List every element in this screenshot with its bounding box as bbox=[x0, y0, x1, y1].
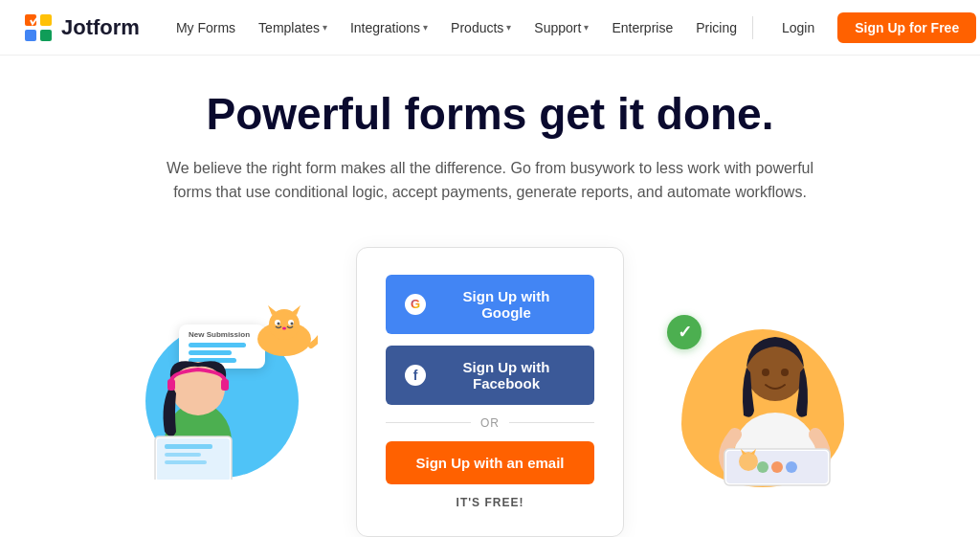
google-icon: G bbox=[405, 294, 426, 315]
woman-illustration bbox=[701, 310, 849, 487]
signup-card: G Sign Up with Google f Sign Up with Fac… bbox=[356, 247, 624, 537]
cat-illustration bbox=[251, 305, 318, 358]
svg-point-28 bbox=[771, 461, 783, 473]
main-nav: My Forms Templates ▾ Integrations ▾ Prod… bbox=[167, 14, 746, 41]
svg-rect-10 bbox=[165, 444, 212, 449]
svg-rect-12 bbox=[165, 460, 207, 464]
svg-rect-6 bbox=[167, 379, 175, 391]
svg-point-21 bbox=[282, 327, 286, 330]
svg-rect-2 bbox=[25, 30, 36, 41]
svg-point-30 bbox=[757, 461, 768, 473]
svg-rect-3 bbox=[40, 30, 52, 41]
nav-my-forms[interactable]: My Forms bbox=[167, 14, 245, 41]
hero-section: Powerful forms get it done. We believe t… bbox=[0, 56, 980, 224]
girl-illustration bbox=[136, 317, 260, 480]
signup-free-button[interactable]: Sign Up for Free bbox=[837, 12, 976, 43]
login-button[interactable]: Login bbox=[768, 14, 828, 41]
svg-point-29 bbox=[786, 461, 797, 473]
svg-point-24 bbox=[762, 369, 769, 376]
left-illustration: New Submission bbox=[126, 296, 327, 487]
nav-integrations[interactable]: Integrations ▾ bbox=[341, 14, 437, 41]
or-divider: OR bbox=[386, 416, 594, 430]
svg-marker-16 bbox=[291, 305, 301, 315]
facebook-signup-button[interactable]: f Sign Up with Facebook bbox=[386, 346, 594, 405]
free-label: IT'S FREE! bbox=[386, 496, 594, 509]
nav-templates[interactable]: Templates ▾ bbox=[249, 14, 337, 41]
right-illustration: ✓ bbox=[653, 296, 854, 487]
content-area: New Submission bbox=[0, 224, 980, 537]
svg-point-20 bbox=[291, 323, 294, 325]
nav-products[interactable]: Products ▾ bbox=[441, 14, 521, 41]
email-signup-button[interactable]: Sign Up with an email bbox=[386, 441, 594, 484]
svg-point-31 bbox=[739, 452, 758, 471]
hero-title: Powerful forms get it done. bbox=[38, 90, 942, 139]
integrations-chevron: ▾ bbox=[423, 22, 428, 33]
nav-pricing[interactable]: Pricing bbox=[686, 14, 746, 41]
templates-chevron: ▾ bbox=[323, 22, 327, 33]
svg-rect-1 bbox=[40, 14, 52, 26]
support-chevron: ▾ bbox=[584, 22, 589, 33]
hero-subtitle: We believe the right form makes all the … bbox=[145, 156, 835, 205]
facebook-icon: f bbox=[405, 365, 426, 386]
svg-marker-15 bbox=[268, 305, 278, 315]
svg-point-25 bbox=[781, 369, 789, 376]
header-actions: Login Sign Up for Free bbox=[746, 12, 976, 43]
svg-rect-7 bbox=[221, 379, 229, 391]
nav-divider bbox=[752, 16, 753, 39]
logo-text: Jotform bbox=[61, 15, 140, 40]
svg-rect-11 bbox=[165, 453, 201, 457]
products-chevron: ▾ bbox=[506, 22, 511, 33]
check-badge: ✓ bbox=[667, 315, 702, 349]
google-signup-button[interactable]: G Sign Up with Google bbox=[386, 275, 594, 334]
nav-support[interactable]: Support ▾ bbox=[524, 14, 598, 41]
logo-icon bbox=[23, 12, 54, 43]
svg-point-19 bbox=[278, 323, 280, 325]
nav-enterprise[interactable]: Enterprise bbox=[602, 14, 682, 41]
logo[interactable]: Jotform bbox=[23, 12, 140, 43]
